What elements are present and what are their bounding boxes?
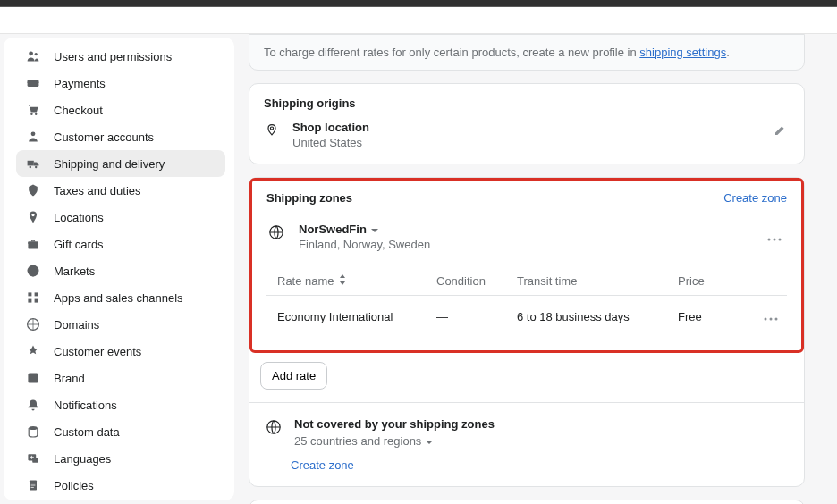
locations-icon [25, 209, 41, 225]
sidebar-item-label: Brand [54, 372, 85, 385]
sidebar-item-notifications[interactable]: Notifications [16, 391, 225, 418]
sidebar-item-apps[interactable]: Apps and sales channels [16, 284, 225, 311]
users-icon [25, 48, 41, 64]
domains-icon [25, 316, 41, 332]
svg-rect-19 [28, 373, 38, 382]
checkout-icon [25, 102, 41, 118]
window-toolbar [0, 7, 837, 34]
shipping-settings-link[interactable]: shipping settings [639, 46, 726, 59]
sidebar-item-label: Shipping and delivery [54, 157, 165, 171]
policies-icon [25, 477, 41, 493]
shipping-origins-title: Shipping origins [264, 97, 790, 110]
dots-icon [764, 310, 778, 323]
markets-icon [25, 263, 41, 279]
svg-point-30 [765, 318, 767, 321]
svg-rect-12 [28, 242, 38, 244]
svg-point-31 [770, 318, 773, 321]
sidebar-item-markets[interactable]: Markets [16, 257, 225, 284]
sidebar-item-activity-log[interactable]: Store activity log [16, 499, 225, 500]
svg-point-0 [29, 51, 33, 55]
col-price[interactable]: Price [678, 274, 758, 288]
rate-more-button[interactable] [758, 307, 783, 327]
customer-icon [25, 129, 41, 145]
sidebar-item-gift-cards[interactable]: Gift cards [16, 231, 225, 257]
info-banner: To charge different rates for only certa… [249, 34, 805, 71]
rates-table: Rate name Condition Transit time Price E… [266, 267, 787, 338]
sidebar-item-domains[interactable]: Domains [16, 311, 225, 338]
shop-location-value: United States [292, 136, 369, 149]
payments-icon [25, 75, 41, 91]
apps-icon [25, 290, 41, 306]
pencil-icon [772, 128, 786, 141]
create-zone-link-2[interactable]: Create zone [291, 458, 790, 472]
sidebar-item-taxes[interactable]: Taxes and duties [16, 177, 225, 204]
sidebar-item-brand[interactable]: Brand [16, 365, 225, 391]
start-shipping-card: Start shipping to more places Add countr… [249, 500, 805, 504]
sidebar-item-payments[interactable]: Payments [16, 70, 225, 97]
rate-price-cell: Free [678, 310, 758, 323]
svg-rect-17 [35, 299, 38, 303]
rate-transit-cell: 6 to 18 business days [517, 310, 678, 323]
zone-more-button[interactable] [762, 227, 787, 248]
shipping-icon [25, 155, 41, 172]
zone-name: NorSwedFin [299, 223, 367, 236]
create-zone-link[interactable]: Create zone [723, 191, 787, 205]
col-condition[interactable]: Condition [436, 274, 517, 288]
svg-point-27 [768, 238, 771, 240]
sidebar-item-customer-accounts[interactable]: Customer accounts [16, 123, 225, 150]
chevron-down-icon [425, 436, 435, 447]
window-titlebar [0, 0, 837, 7]
svg-rect-3 [28, 81, 39, 83]
sidebar-item-label: Domains [54, 318, 99, 332]
svg-rect-22 [32, 458, 38, 463]
sidebar-item-policies[interactable]: Policies [16, 472, 225, 499]
svg-rect-14 [28, 292, 31, 296]
svg-point-6 [31, 131, 36, 136]
svg-rect-16 [28, 299, 31, 303]
sidebar-item-custom-data[interactable]: Custom data [16, 418, 225, 445]
sidebar-item-label: Locations [54, 211, 104, 224]
shop-location-title: Shop location [292, 121, 369, 134]
sidebar-item-languages[interactable]: Languages [16, 445, 225, 472]
svg-point-1 [35, 53, 38, 55]
chevron-down-icon [370, 224, 381, 235]
sidebar-item-checkout[interactable]: Checkout [16, 97, 225, 123]
not-covered-count-toggle[interactable]: 25 countries and regions [294, 434, 495, 448]
sidebar-item-label: Payments [54, 77, 106, 90]
pin-icon [264, 122, 280, 139]
info-banner-prefix: To charge different rates for only certa… [264, 46, 639, 59]
rate-condition-cell: — [436, 310, 517, 323]
col-rate-name[interactable]: Rate name [266, 274, 436, 288]
shipping-zones-card: Shipping zones Create zone NorSwedFin [249, 177, 805, 487]
edit-origin-button[interactable] [768, 121, 790, 145]
page: Users and permissions Payments Checkout … [0, 34, 837, 504]
svg-rect-15 [35, 292, 38, 296]
svg-point-32 [775, 318, 778, 321]
add-rate-button[interactable]: Add rate [260, 362, 327, 390]
sidebar-item-customer-events[interactable]: Customer events [16, 338, 225, 365]
sidebar-item-label: Policies [54, 479, 94, 492]
svg-point-8 [30, 166, 31, 168]
sidebar-item-shipping[interactable]: Shipping and delivery [16, 150, 225, 177]
sidebar-item-users[interactable]: Users and permissions [16, 43, 225, 70]
svg-point-9 [35, 166, 37, 168]
shipping-origins-card: Shipping origins Shop location United St… [249, 83, 805, 164]
zone-countries: Finland, Norway, Sweden [299, 238, 430, 251]
sidebar-item-label: Users and permissions [54, 50, 172, 63]
zone-name-toggle[interactable]: NorSwedFin [299, 223, 430, 236]
svg-point-29 [779, 238, 782, 240]
info-banner-suffix: . [726, 46, 730, 59]
notifications-icon [25, 397, 41, 413]
settings-sidebar: Users and permissions Payments Checkout … [4, 38, 234, 500]
col-transit[interactable]: Transit time [517, 274, 678, 288]
sidebar-item-locations[interactable]: Locations [16, 204, 225, 231]
languages-icon [25, 450, 41, 466]
brand-icon [25, 370, 41, 386]
sidebar-item-label: Taxes and duties [54, 184, 141, 197]
shipping-zones-title: Shipping zones [266, 191, 352, 205]
gift-icon [25, 236, 41, 252]
events-icon [25, 343, 41, 359]
table-row: Economy International — 6 to 18 business… [266, 296, 787, 338]
sidebar-item-label: Markets [54, 265, 95, 278]
sidebar-item-label: Apps and sales channels [54, 291, 183, 305]
